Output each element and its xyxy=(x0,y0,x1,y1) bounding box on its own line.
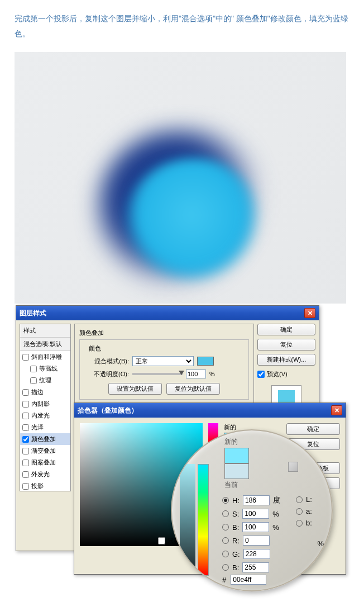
b-radio[interactable] xyxy=(222,564,229,571)
r-input[interactable] xyxy=(243,536,270,546)
zoom-new-label: 新的 xyxy=(224,437,249,447)
color-group-title: 颜色 xyxy=(87,344,103,353)
contour-checkbox[interactable] xyxy=(30,366,37,372)
style-inner-glow[interactable]: 内发光 xyxy=(20,410,70,421)
color-picker-titlebar[interactable]: 拾色器（叠加颜色） ✕ xyxy=(74,403,346,418)
picker-ok-button[interactable]: 确定 xyxy=(286,423,340,435)
style-outer-glow[interactable]: 外发光 xyxy=(20,468,70,480)
overlay-color-swatch[interactable] xyxy=(197,357,214,366)
inner-glow-checkbox[interactable] xyxy=(22,413,29,419)
close-icon[interactable]: ✕ xyxy=(331,405,342,415)
styles-list: 样式 混合选项:默认 斜面和浮雕 等高线 纹理 描边 内阴影 内发光 光泽 颜色… xyxy=(20,324,71,491)
g-input[interactable] xyxy=(243,549,270,559)
style-color-overlay[interactable]: 颜色叠加 xyxy=(20,433,70,445)
bv-input[interactable] xyxy=(242,522,269,532)
bevel-checkbox[interactable] xyxy=(22,354,29,361)
h-radio[interactable] xyxy=(222,497,229,504)
opacity-unit: % xyxy=(209,371,215,377)
reset-default-button[interactable]: 复位为默认值 xyxy=(166,383,220,395)
style-bevel[interactable]: 斜面和浮雕 xyxy=(20,351,70,363)
result-preview xyxy=(15,52,346,304)
cube-icon xyxy=(288,462,298,472)
bv-radio[interactable] xyxy=(222,524,229,531)
opacity-label: 不透明度(O): xyxy=(84,370,129,378)
opacity-input[interactable] xyxy=(186,370,206,378)
preview-label: 预览(V) xyxy=(267,370,288,378)
blend-mode-select[interactable]: 正常 xyxy=(132,356,194,366)
inner-shadow-checkbox[interactable] xyxy=(22,401,29,408)
satin-checkbox[interactable] xyxy=(22,424,29,431)
blend-mode-label: 混合模式(B): xyxy=(84,357,129,366)
style-contour[interactable]: 等高线 xyxy=(20,363,70,375)
style-stroke[interactable]: 描边 xyxy=(20,386,70,398)
light-blob xyxy=(123,158,260,284)
zoom-hue-slider xyxy=(198,464,209,576)
color-picker-title: 拾色器（叠加颜色） xyxy=(78,406,138,415)
panel-title: 颜色叠加 xyxy=(79,329,249,337)
style-texture[interactable]: 纹理 xyxy=(20,375,70,386)
b-input[interactable] xyxy=(242,562,269,572)
zoom-hex-row: # xyxy=(222,575,266,585)
drop-shadow-checkbox[interactable] xyxy=(22,483,29,490)
set-default-button[interactable]: 设置为默认值 xyxy=(108,383,162,395)
web-only-checkbox[interactable] xyxy=(158,537,165,544)
stroke-checkbox[interactable] xyxy=(22,389,29,396)
ok-button[interactable]: 确定 xyxy=(257,324,315,335)
texture-checkbox[interactable] xyxy=(30,377,37,384)
opacity-slider[interactable] xyxy=(132,373,183,375)
outer-glow-checkbox[interactable] xyxy=(22,471,29,478)
close-icon[interactable]: ✕ xyxy=(304,308,315,318)
style-inner-shadow[interactable]: 内阴影 xyxy=(20,398,70,410)
s-input[interactable] xyxy=(242,509,269,519)
instruction-text: 完成第一个投影后，复制这个图层并缩小，利用"混合选项"中的" 颜色叠加"修改颜色… xyxy=(0,0,364,48)
layer-style-title: 图层样式 xyxy=(20,309,46,318)
zoom-current-swatch xyxy=(224,463,249,479)
gradient-overlay-checkbox[interactable] xyxy=(22,448,29,454)
layer-style-titlebar[interactable]: 图层样式 ✕ xyxy=(16,306,319,320)
pattern-overlay-checkbox[interactable] xyxy=(22,460,29,466)
styles-header[interactable]: 样式 xyxy=(20,324,70,338)
l-radio[interactable] xyxy=(296,496,303,503)
a-radio[interactable] xyxy=(296,508,303,515)
zoom-hsb-rgb-fields: H:度 S:% B:% R: G: B: xyxy=(222,495,280,576)
h-input[interactable] xyxy=(243,495,270,505)
new-style-button[interactable]: 新建样式(W)... xyxy=(257,354,315,366)
b2-radio[interactable] xyxy=(296,520,303,527)
style-gradient-overlay[interactable]: 渐变叠加 xyxy=(20,445,70,457)
hex-input[interactable] xyxy=(231,575,266,585)
zoom-new-swatch xyxy=(224,448,249,463)
slider-thumb-icon[interactable] xyxy=(179,371,184,375)
style-drop-shadow[interactable]: 投影 xyxy=(20,480,70,491)
style-pattern-overlay[interactable]: 图案叠加 xyxy=(20,457,70,468)
color-overlay-checkbox[interactable] xyxy=(22,436,29,443)
magnifier-overlay: 新的 当前 H:度 S:% B:% R: G: B: L: a: b: % % … xyxy=(171,429,333,591)
g-radio[interactable] xyxy=(222,551,229,557)
r-radio[interactable] xyxy=(222,537,229,544)
style-satin[interactable]: 光泽 xyxy=(20,421,70,433)
s-radio[interactable] xyxy=(222,510,229,517)
hex-label: # xyxy=(222,576,226,584)
cancel-button[interactable]: 复位 xyxy=(257,339,315,351)
zoom-current-label: 当前 xyxy=(224,480,249,490)
blend-default[interactable]: 混合选项:默认 xyxy=(20,338,70,351)
preview-checkbox[interactable] xyxy=(257,371,265,378)
